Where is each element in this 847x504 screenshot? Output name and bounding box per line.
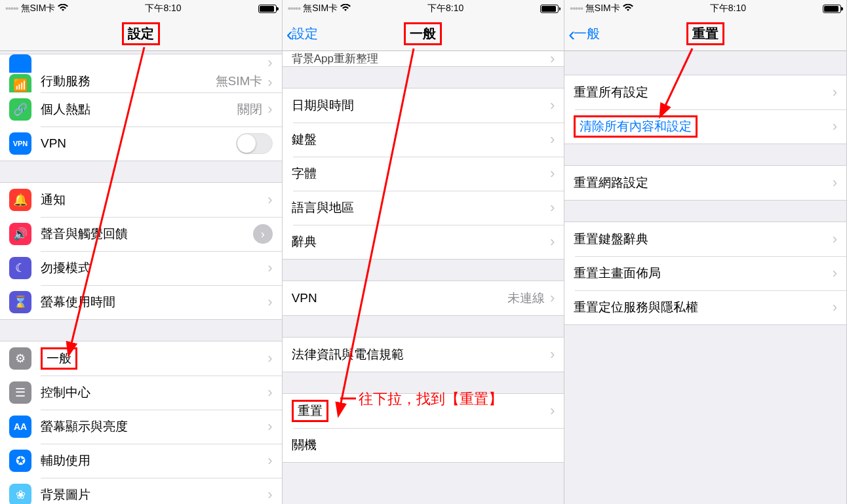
settings-row[interactable]: 🔗個人熱點關閉› — [0, 92, 282, 126]
group-reset-other: 重置鍵盤辭典›重置主畫面佈局›重置定位服務與隱私權› — [564, 222, 846, 325]
個人熱點-icon: 🔗 — [9, 98, 31, 121]
chevron-right-icon: › — [550, 201, 555, 215]
clock-text: 下午8:10 — [427, 3, 463, 14]
row-label: 勿擾模式 — [41, 260, 267, 277]
chevron-right-icon: › — [550, 291, 555, 305]
chevron-right-icon: › — [267, 488, 272, 502]
row-label: 控制中心 — [41, 384, 267, 401]
row-label: VPN — [292, 291, 507, 305]
settings-row[interactable]: 重置定位服務與隱私權› — [564, 290, 846, 324]
行動服務-icon: 📶 — [9, 74, 31, 92]
settings-row[interactable]: ⚙一般› — [0, 341, 282, 376]
back-button[interactable]: ‹ 設定 — [286, 17, 318, 50]
signal-dots-icon: ••••• — [570, 3, 583, 14]
settings-row[interactable]: 日期與時間› — [283, 88, 564, 123]
page-title: 一般 — [404, 22, 442, 45]
row-label: 法律資訊與電信規範 — [292, 346, 550, 363]
settings-row[interactable]: 重置所有設定› — [564, 75, 846, 109]
chevron-right-icon: › — [833, 300, 837, 315]
row-bg-refresh[interactable]: 背景App重新整理 › — [283, 51, 564, 66]
row-label: 日期與時間 — [292, 97, 550, 114]
settings-row[interactable]: ☾勿擾模式› — [0, 251, 282, 285]
wifi-icon — [623, 3, 633, 14]
settings-row[interactable]: 字體› — [283, 157, 564, 191]
row-value: 關閉 — [237, 101, 262, 118]
panel-reset: ••••• 無SIM卡 下午8:10 ‹ 一般 重置 重置所有設定›清除所有內容… — [564, 0, 847, 504]
row-label: 辭典 — [292, 233, 550, 250]
螢幕使用時間-icon: ⌛ — [9, 291, 31, 313]
chevron-right-icon: › — [550, 132, 555, 147]
row-label: 重置主畫面佈局 — [574, 265, 832, 282]
wifi-icon — [58, 3, 68, 14]
row-label: 一般 — [41, 347, 267, 370]
settings-row[interactable]: 🔔通知› — [0, 183, 282, 217]
chevron-right-icon: › — [833, 232, 837, 246]
settings-row[interactable]: 重置主畫面佈局› — [564, 256, 846, 290]
chevron-right-icon: › — [267, 419, 272, 434]
battery-icon — [823, 5, 841, 13]
group-general: ⚙一般›☰控制中心›AA螢幕顯示與亮度›✪輔助使用›❀背景圖片› — [0, 341, 282, 504]
row-label: 語言與地區 — [292, 199, 550, 216]
chevron-right-icon: › — [833, 266, 837, 281]
row-label: 聲音與觸覺回饋 — [41, 225, 253, 242]
row-partial-top[interactable]: › — [0, 54, 282, 73]
settings-row[interactable]: 法律資訊與電信規範› — [283, 338, 564, 372]
toggle-switch[interactable] — [236, 133, 273, 154]
status-bar: ••••• 無SIM卡 下午8:10 — [564, 0, 846, 17]
page-title: 重置 — [686, 22, 724, 45]
settings-row[interactable]: 🔊聲音與觸覺回饋› — [0, 217, 282, 251]
row-label: 螢幕顯示與亮度 — [41, 418, 267, 435]
chevron-right-icon: › — [267, 454, 272, 468]
wifi-icon — [340, 3, 351, 14]
chevron-right-icon: › — [550, 404, 555, 418]
settings-row[interactable]: 鍵盤› — [283, 123, 564, 157]
group-vpn: VPN未連線› — [283, 281, 564, 316]
group-legal: 法律資訊與電信規範› — [283, 337, 564, 372]
row-label: 重置所有設定 — [574, 84, 832, 101]
row-label: 重置網路設定 — [574, 174, 832, 191]
settings-row[interactable]: 重置鍵盤辭典› — [564, 222, 846, 256]
back-button[interactable]: ‹ 一般 — [568, 17, 600, 50]
settings-row[interactable]: 語言與地區› — [283, 191, 564, 225]
nav-bar: ‹ 設定 一般 — [283, 17, 564, 51]
battery-icon — [540, 5, 559, 13]
panel-settings: ••••• 無SIM卡 下午8:10 設定 › 📶行動服務無SIM卡›🔗個人熱點… — [0, 0, 283, 504]
settings-row[interactable]: ❀背景圖片› — [0, 478, 282, 504]
chevron-right-icon: › — [550, 235, 555, 249]
settings-row[interactable]: ☰控制中心› — [0, 376, 282, 410]
輔助使用-icon: ✪ — [9, 450, 31, 472]
settings-row[interactable]: VPN未連線› — [283, 281, 564, 315]
group-network: › 📶行動服務無SIM卡›🔗個人熱點關閉›VPNVPN — [0, 54, 282, 161]
settings-row[interactable]: 關機 — [283, 428, 564, 462]
聲音與觸覺回饋-icon: 🔊 — [9, 223, 31, 245]
settings-row[interactable]: 重置網路設定› — [564, 166, 846, 200]
settings-row[interactable]: ✪輔助使用› — [0, 444, 282, 478]
VPN-icon: VPN — [9, 132, 31, 155]
back-label: 設定 — [292, 25, 318, 43]
settings-row[interactable]: 辭典› — [283, 225, 564, 259]
settings-row[interactable]: 清除所有內容和設定› — [564, 109, 846, 144]
chevron-right-icon: › — [267, 261, 272, 275]
status-bar: ••••• 無SIM卡 下午8:10 — [283, 0, 564, 17]
chevron-right-icon: › — [550, 52, 555, 66]
螢幕顯示與亮度-icon: AA — [9, 416, 31, 438]
settings-row[interactable]: AA螢幕顯示與亮度› — [0, 410, 282, 444]
settings-row[interactable]: VPNVPN — [0, 126, 282, 161]
chevron-right-icon: › — [267, 75, 272, 90]
status-bar: ••••• 無SIM卡 下午8:10 — [0, 0, 282, 17]
carrier-text: 無SIM卡 — [585, 3, 620, 14]
settings-row[interactable]: 📶行動服務無SIM卡› — [0, 73, 282, 92]
settings-row[interactable]: ⌛螢幕使用時間› — [0, 285, 282, 319]
clock-text: 下午8:10 — [710, 3, 746, 14]
group-alerts: 🔔通知›🔊聲音與觸覺回饋›☾勿擾模式›⌛螢幕使用時間› — [0, 182, 282, 320]
背景圖片-icon: ❀ — [9, 484, 31, 504]
group-partial: 背景App重新整理 › — [283, 51, 564, 67]
back-label: 一般 — [574, 25, 600, 43]
row-label: 通知 — [41, 191, 267, 208]
勿擾模式-icon: ☾ — [9, 257, 31, 279]
row-value: 無SIM卡 — [216, 73, 263, 90]
detail-disclosure-icon[interactable]: › — [253, 224, 273, 244]
row-label: 輔助使用 — [41, 452, 267, 469]
row-label: 重置鍵盤辭典 — [574, 231, 832, 248]
carrier-text: 無SIM卡 — [21, 3, 56, 14]
